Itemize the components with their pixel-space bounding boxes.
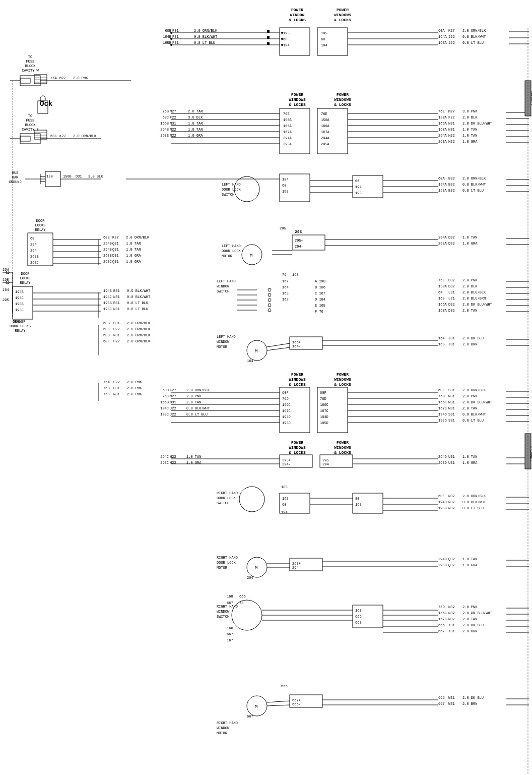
svg-text:J22: J22 [448, 41, 455, 45]
svg-text:168: 168 [227, 594, 233, 599]
svg-text:166C: 166C [438, 400, 447, 404]
svg-text:WINDOW: WINDOW [217, 610, 230, 614]
svg-text:LEFT HAND: LEFT HAND [222, 244, 241, 248]
svg-text:3.0 BLK: 3.0 BLK [188, 115, 203, 120]
svg-text:64: 64 [438, 290, 442, 294]
svg-text:195: 195 [282, 190, 289, 194]
svg-text:WINDOW: WINDOW [217, 726, 230, 730]
svg-text:1.0 GRA: 1.0 GRA [462, 563, 478, 567]
svg-text:S31: S31 [448, 419, 455, 423]
svg-text:N31: N31 [113, 307, 120, 311]
svg-text:76B: 76B [103, 386, 110, 390]
svg-text:294A: 294A [283, 136, 292, 140]
svg-text:2.0 ORN/BLK: 2.0 ORN/BLK [194, 29, 218, 33]
svg-text:& LOCKS: & LOCKS [289, 18, 306, 22]
svg-text:DOOR LOCK: DOOR LOCK [217, 496, 236, 500]
svg-text:N31: N31 [113, 295, 120, 299]
svg-text:N32: N32 [448, 506, 455, 510]
svg-text:60F: 60F [282, 391, 289, 395]
svg-text:294B: 294B [103, 242, 112, 246]
svg-text:150A: 150A [438, 115, 447, 120]
svg-text:294C: 294C [160, 455, 169, 459]
svg-text:76A: 76A [103, 380, 110, 384]
svg-text:294-: 294- [292, 566, 301, 570]
svg-text:WINDOWS: WINDOWS [289, 445, 306, 450]
svg-text:60: 60 [283, 37, 287, 41]
svg-text:194B: 194B [103, 289, 112, 293]
svg-text:194D: 194D [282, 415, 291, 419]
svg-text:B31: B31 [113, 301, 120, 305]
svg-text:DOOR: DOOR [21, 272, 30, 276]
svg-text:TO: TO [28, 114, 32, 118]
svg-text:2.0 ORN/BLK: 2.0 ORN/BLK [127, 321, 151, 325]
svg-text:H22: H22 [113, 339, 120, 343]
svg-text:F31: F31 [172, 29, 179, 33]
svg-text:195D: 195D [438, 506, 447, 510]
svg-text:195: 195 [3, 278, 9, 282]
svg-text:D 184: D 184 [315, 297, 325, 302]
svg-text:2.0 ORN/BLK: 2.0 ORN/BLK [462, 176, 486, 181]
svg-text:60B: 60B [103, 321, 110, 325]
svg-text:& LOCKS: & LOCKS [334, 102, 351, 107]
svg-text:U31: U31 [448, 461, 455, 465]
svg-text:U31: U31 [448, 455, 455, 459]
svg-text:667: 667 [247, 714, 253, 719]
svg-text:M: M [255, 704, 257, 709]
svg-rect-593 [267, 42, 270, 45]
svg-text:60E: 60E [103, 339, 110, 343]
svg-text:195D: 195D [320, 421, 328, 425]
svg-text:Q32: Q32 [448, 557, 455, 561]
svg-text:SWITCH: SWITCH [217, 501, 229, 505]
svg-text:LOCKS: LOCKS [20, 276, 30, 280]
svg-text:Y31: Y31 [448, 623, 455, 627]
svg-text:W31: W31 [448, 406, 455, 410]
svg-text:SWITCH: SWITCH [217, 289, 229, 293]
svg-text:60F: 60F [438, 494, 445, 498]
svg-text:WINDOWS: WINDOWS [334, 13, 351, 17]
svg-text:TO: TO [28, 55, 32, 59]
svg-text:295B: 295B [103, 254, 112, 258]
svg-text:667: 667 [227, 601, 233, 605]
svg-text:0.8 LT BLU: 0.8 LT BLU [194, 41, 215, 45]
svg-text:294: 294 [3, 268, 9, 272]
svg-text:W31: W31 [448, 696, 455, 700]
svg-text:76: 76 [282, 273, 286, 277]
svg-text:2.0 DK BLU/WHT: 2.0 DK BLU/WHT [462, 303, 492, 307]
svg-text:1.0 TAN: 1.0 TAN [188, 122, 203, 126]
svg-text:1.0 GRA: 1.0 GRA [126, 254, 141, 258]
svg-text:2.0 BLU/BRN: 2.0 BLU/BRN [462, 296, 486, 301]
svg-text:Ock: Ock [13, 319, 20, 324]
svg-text:667: 667 [355, 621, 362, 625]
svg-text:DOOR LOCK: DOOR LOCK [217, 561, 236, 565]
svg-text:194C: 194C [103, 295, 112, 299]
svg-text:166: 166 [227, 626, 233, 630]
svg-text:165: 165 [438, 296, 445, 301]
svg-text:150B: 150B [63, 174, 72, 178]
svg-text:N31: N31 [113, 392, 120, 396]
svg-text:0.8 BLK/WHT: 0.8 BLK/WHT [194, 35, 217, 39]
svg-text:N31: N31 [170, 122, 176, 126]
svg-text:RELAY: RELAY [15, 329, 26, 333]
svg-text:666-: 666- [292, 702, 301, 706]
svg-point-596 [170, 32, 172, 34]
svg-text:N31: N31 [448, 122, 455, 126]
svg-text:76E: 76E [438, 109, 445, 113]
svg-text:F22: F22 [448, 115, 455, 120]
svg-text:194C: 194C [160, 406, 169, 410]
svg-text:BAR: BAR [12, 175, 19, 180]
svg-text:L31: L31 [448, 296, 455, 301]
svg-text:WINDOW: WINDOW [217, 340, 230, 344]
svg-text:CAVITY W: CAVITY W [22, 69, 39, 73]
svg-text:E 165: E 165 [315, 304, 325, 308]
svg-text:167: 167 [355, 609, 362, 613]
svg-text:D31: D31 [76, 174, 82, 178]
svg-text:666: 666 [281, 684, 288, 688]
svg-text:2.0 BLK: 2.0 BLK [462, 115, 478, 120]
svg-text:2.0 ORN/BLK: 2.0 ORN/BLK [73, 134, 97, 138]
svg-text:166B: 166B [160, 122, 169, 126]
svg-text:195: 195 [321, 31, 327, 35]
svg-text:2.0 DK BLU/WHT: 2.0 DK BLU/WHT [462, 400, 492, 404]
svg-text:N22: N22 [170, 128, 176, 132]
svg-text:M27: M27 [170, 394, 176, 398]
svg-text:150A: 150A [283, 118, 292, 122]
